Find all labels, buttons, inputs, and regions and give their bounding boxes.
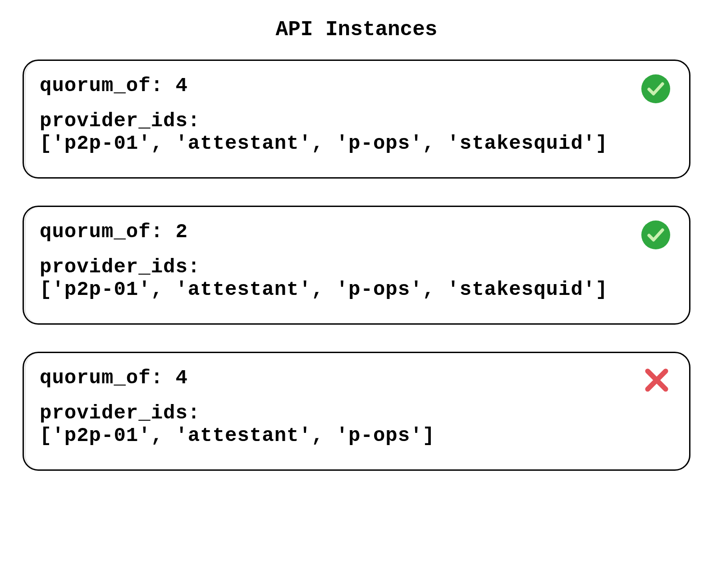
- cross-icon: [642, 366, 671, 395]
- quorum-line: quorum_of: 4: [40, 74, 671, 97]
- quorum-label: quorum_of:: [40, 220, 163, 243]
- quorum-label: quorum_of:: [40, 367, 163, 389]
- check-circle-icon: [640, 74, 671, 104]
- quorum-value: 4: [175, 74, 187, 97]
- provider-ids-label: provider_ids:: [40, 110, 671, 132]
- instance-card: quorum_of: 2 provider_ids: ['p2p-01', 'a…: [23, 206, 690, 325]
- instance-card: quorum_of: 4 provider_ids: ['p2p-01', 'a…: [23, 60, 690, 179]
- provider-ids-list: ['p2p-01', 'attestant', 'p-ops', 'stakes…: [40, 132, 671, 155]
- provider-ids-list: ['p2p-01', 'attestant', 'p-ops']: [40, 424, 671, 447]
- svg-point-1: [641, 220, 670, 249]
- quorum-value: 2: [175, 220, 187, 243]
- diagram-title: API Instances: [23, 18, 690, 41]
- instance-card: quorum_of: 4 provider_ids: ['p2p-01', 'a…: [23, 352, 690, 471]
- quorum-label: quorum_of:: [40, 74, 163, 97]
- check-circle-icon: [640, 220, 671, 250]
- provider-ids-list: ['p2p-01', 'attestant', 'p-ops', 'stakes…: [40, 278, 671, 301]
- quorum-line: quorum_of: 2: [40, 220, 671, 243]
- svg-point-0: [641, 74, 670, 103]
- provider-ids-label: provider_ids:: [40, 402, 671, 424]
- quorum-line: quorum_of: 4: [40, 367, 671, 389]
- provider-ids-label: provider_ids:: [40, 256, 671, 278]
- quorum-value: 4: [175, 367, 187, 389]
